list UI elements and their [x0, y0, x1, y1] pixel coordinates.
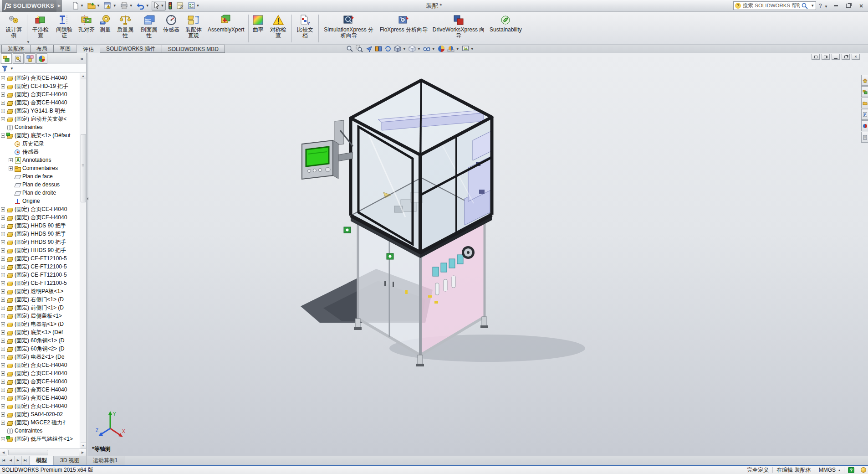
configurationmanager-tab[interactable]: [25, 53, 36, 64]
sustainability-button[interactable]: Sustainability: [487, 13, 524, 44]
tab-nav-button[interactable]: ◀: [7, 456, 15, 465]
tree-scroll-thumb[interactable]: [81, 134, 86, 202]
tree-item[interactable]: Origine: [1, 197, 79, 205]
undo-button[interactable]: ▼: [135, 1, 151, 10]
tree-item[interactable]: + (固定) CE-FT12100-5: [1, 279, 79, 287]
tree-item[interactable]: + (固定) 电器2<1> (De: [1, 353, 79, 361]
scroll-left-arrow[interactable]: ◀: [0, 449, 7, 456]
interference-check-button[interactable]: 干涉检查: [29, 13, 52, 44]
tree-item[interactable]: + (固定) CE-FT12100-5: [1, 254, 79, 263]
command-tab[interactable]: 装配体: [1, 45, 31, 53]
featuremanager-tab[interactable]: [1, 53, 12, 64]
tree-item[interactable]: + Annotations: [1, 156, 79, 164]
tree-expander[interactable]: +: [1, 371, 5, 376]
tree-expander[interactable]: +: [9, 158, 13, 162]
tree-item[interactable]: + (固定) 合页CE-H4040: [1, 98, 79, 107]
design-library-tab[interactable]: [861, 86, 868, 97]
tree-item[interactable]: + (固定) HHDS 90 把手: [1, 222, 79, 230]
tree-item[interactable]: + (固定) HHDS 90 把手: [1, 246, 79, 254]
tree-expander[interactable]: +: [1, 216, 5, 220]
window-close-button[interactable]: ×: [856, 2, 866, 9]
scroll-up-arrow[interactable]: ▲: [81, 73, 86, 79]
tree-expander[interactable]: +: [1, 101, 5, 105]
select-tool-button[interactable]: ▼: [152, 1, 166, 10]
tree-expander[interactable]: +: [1, 257, 5, 261]
tree-item[interactable]: Plan de droite: [1, 189, 79, 197]
tree-expander[interactable]: +: [1, 412, 5, 417]
tree-item[interactable]: + (固定) 60角钢<1> (D: [1, 336, 79, 345]
task-checklist-button[interactable]: ▼: [186, 1, 201, 10]
tree-item[interactable]: + (固定) 合页CE-H4040: [1, 361, 79, 369]
file-explorer-tab[interactable]: [861, 98, 868, 108]
tree-expander[interactable]: +: [1, 207, 5, 211]
tree-item[interactable]: + (固定) 合页CE-H4040: [1, 90, 79, 98]
design-study-button[interactable]: 设计算例: [2, 13, 26, 44]
status-help-button[interactable]: ?: [848, 467, 854, 473]
scroll-right-arrow[interactable]: ▶: [79, 449, 86, 456]
assembly-3d-model[interactable]: [87, 53, 861, 456]
tree-expander[interactable]: +: [1, 281, 5, 285]
assemblyxpert-button[interactable]: AssemblyXpert: [205, 13, 247, 44]
tree-expander[interactable]: +: [1, 380, 5, 384]
print-button[interactable]: ▼: [119, 1, 134, 10]
tab-nav-button[interactable]: |◀: [0, 456, 7, 465]
tree-item[interactable]: + (固定) 合页CE-H4040: [1, 377, 79, 386]
tree-expander[interactable]: +: [1, 306, 5, 310]
graphics-viewport[interactable]: ✕: [87, 53, 868, 456]
command-tab[interactable]: SOLIDWORKS 插件: [100, 45, 162, 53]
tree-item[interactable]: + (固定) 透明PA板<1>: [1, 287, 79, 295]
bottom-tab[interactable]: 模型: [30, 456, 54, 465]
tree-item[interactable]: 传感器: [1, 148, 79, 156]
tree-expander[interactable]: +: [1, 355, 5, 359]
propertymanager-tab[interactable]: [13, 53, 24, 64]
publish-edrawings-button[interactable]: ▼: [102, 1, 118, 10]
panel-splitter[interactable]: [86, 53, 88, 456]
tree-item[interactable]: Plan de dessus: [1, 180, 79, 189]
tree-expander[interactable]: +: [1, 76, 5, 80]
measure-button[interactable]: 测量: [97, 13, 113, 44]
new-document-button[interactable]: ▼: [70, 1, 85, 10]
bottom-tab[interactable]: 3D 视图: [54, 456, 87, 465]
hole-alignment-button[interactable]: 孔对齐: [76, 13, 97, 44]
appearances-scenes-tab[interactable]: [861, 120, 868, 131]
command-tab[interactable]: 评估: [77, 45, 100, 53]
tree-expander[interactable]: +: [1, 248, 5, 252]
symmetry-check-button[interactable]: 对称检查: [266, 13, 290, 44]
tree-expander[interactable]: +: [1, 273, 5, 277]
zoom-fit-button[interactable]: [346, 45, 353, 52]
tree-horizontal-scrollbar[interactable]: ◀ ▶: [0, 448, 86, 456]
search-box[interactable]: ? 搜索 SOLIDWORKS 帮助 ▼: [733, 1, 816, 10]
tree-expander[interactable]: +: [1, 388, 5, 392]
curvature-button[interactable]: 曲率: [250, 13, 266, 44]
panel-tabs-overflow[interactable]: »: [80, 53, 85, 64]
tree-item[interactable]: + (固定) YG141-B 明光: [1, 107, 79, 115]
tree-expander[interactable]: +: [1, 363, 5, 367]
help-menu[interactable]: ? ▼: [819, 3, 828, 9]
custom-properties-tab[interactable]: [861, 132, 868, 143]
tree-expander[interactable]: −: [1, 134, 5, 138]
search-magnifier-icon[interactable]: [802, 3, 808, 9]
menu-expand-arrow[interactable]: ▶: [56, 0, 62, 12]
command-tab[interactable]: 草图: [53, 45, 77, 53]
options-button[interactable]: [175, 1, 185, 10]
window-minimize-button[interactable]: [831, 2, 841, 9]
tree-item[interactable]: + (固定) 启动开关支架<: [1, 115, 79, 123]
rebuild-button[interactable]: [167, 1, 174, 10]
command-tab[interactable]: 布局: [30, 45, 54, 53]
tree-item[interactable]: + (固定) 电器箱<1> (D: [1, 320, 79, 328]
tree-item[interactable]: + (固定) CE-HD-19 把手: [1, 82, 79, 90]
apply-scene-button[interactable]: ▼: [447, 45, 460, 52]
tree-item[interactable]: + (固定) CE-FT12100-5: [1, 263, 79, 271]
tree-hscroll-thumb[interactable]: [8, 450, 48, 455]
tree-item[interactable]: + (固定) 合页CE-H4040: [1, 386, 79, 394]
split-view-left-button[interactable]: [812, 54, 820, 60]
view-palette-tab[interactable]: [861, 109, 868, 120]
tree-item[interactable]: + (固定) 合页CE-H4040: [1, 369, 79, 377]
tree-expander[interactable]: +: [1, 322, 5, 326]
tree-expander[interactable]: +: [1, 314, 5, 318]
tab-nav-button[interactable]: ▶|: [22, 456, 29, 465]
view-settings-button[interactable]: ▼: [462, 45, 474, 52]
tree-item[interactable]: + (固定) 底架<1> (Déf: [1, 328, 79, 336]
tree-item[interactable]: Contraintes: [1, 427, 79, 435]
floxpress-button[interactable]: FloXpress 分析向导: [378, 13, 430, 44]
